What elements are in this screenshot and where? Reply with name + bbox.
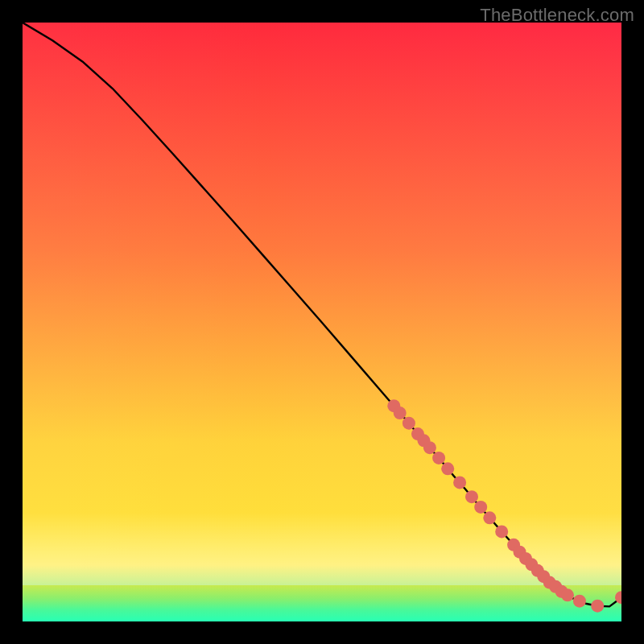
chart-stage: TheBottleneck.com [0, 0, 644, 644]
marker-dot [453, 476, 466, 489]
marker-dot [474, 501, 487, 514]
marker-dot [495, 525, 508, 538]
marker-dot [561, 588, 574, 601]
marker-dot [591, 600, 604, 613]
chart-svg [23, 23, 621, 621]
marker-dot [402, 417, 415, 430]
marker-dot [465, 490, 478, 503]
marker-dot [573, 595, 586, 608]
marker-dot [441, 462, 454, 475]
marker-dot [394, 407, 407, 419]
marker-dot [423, 441, 436, 454]
marker-dot [432, 452, 445, 464]
marker-dot [483, 511, 496, 524]
curve-line [23, 23, 621, 606]
marker-group [387, 399, 621, 613]
plot-area [23, 23, 621, 621]
